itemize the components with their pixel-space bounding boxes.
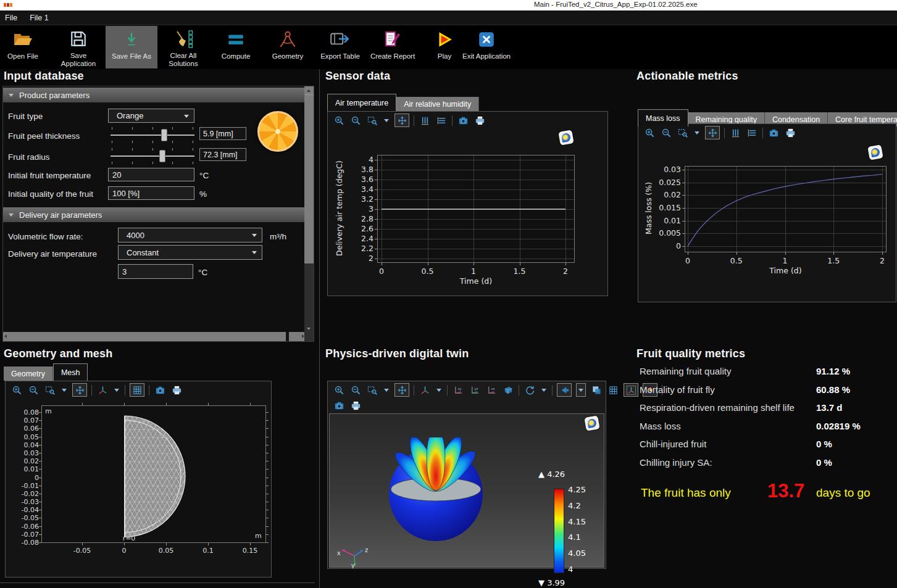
y-axis-extents-icon[interactable] [729,126,741,139]
axis-box-icon[interactable] [624,383,638,397]
dropdown-caret-icon[interactable] [383,384,390,396]
zoom-extents-icon[interactable] [705,126,720,139]
delivery-air-parameters-header[interactable]: Delivery air parameters [3,207,304,222]
dropdown-caret-icon[interactable] [693,126,701,139]
zoom-out-icon[interactable] [349,384,362,396]
y-axis-extents-icon[interactable] [419,114,431,126]
print-icon[interactable] [474,114,486,126]
print-icon[interactable] [784,126,796,139]
print-icon[interactable] [349,399,362,412]
zoom-in-icon[interactable] [643,126,656,139]
zoom-extents-icon[interactable] [72,383,87,397]
product-parameters-header[interactable]: Product parameters [3,88,304,102]
initial-quality-input[interactable] [108,186,194,200]
zoom-box-icon[interactable] [366,384,378,396]
zoom-in-icon[interactable] [10,384,23,396]
tab-air-temperature[interactable]: Air temperature [327,94,396,111]
zoom-box-icon[interactable] [44,384,56,396]
print-icon[interactable] [170,384,183,396]
comsol-logo-icon [558,130,574,145]
tab-mesh[interactable]: Mesh [53,363,88,381]
zoom-box-icon[interactable] [366,114,378,126]
toolbar-button-label: Play [438,52,451,61]
delivery-air-temperature-dropdown[interactable]: Constant [118,245,262,260]
toolbar-button-compute[interactable]: Compute [210,26,262,68]
camera-icon[interactable] [154,384,166,396]
horizontal-scrollbar[interactable] [3,332,306,341]
camera-icon[interactable] [457,114,469,126]
y-tick-label: 3 [340,204,373,213]
zoom-box-icon[interactable] [677,126,689,139]
y-axis-label: Delivery air temp (degC) [335,146,344,270]
zoom-in-icon[interactable] [333,384,345,396]
menu-file[interactable]: File [5,14,17,22]
y-tick-label: 2.2 [340,244,373,253]
slider-handle[interactable] [161,129,167,141]
view-yz-icon[interactable]: yz [469,384,481,396]
dropdown-caret-icon[interactable] [113,384,120,396]
scroll-thumb[interactable] [286,332,289,341]
toolbar-button-clear-all-solutions[interactable]: Clear All Solutions [157,26,209,68]
transparency-icon[interactable] [590,384,603,396]
tick [39,412,41,413]
axis-triad-icon[interactable] [419,384,431,396]
view-xz-icon[interactable]: xz [485,384,498,396]
x-tick-label: 0.1 [194,547,222,555]
constant-temperature-input[interactable] [118,264,193,279]
zoom-out-icon[interactable] [349,114,362,126]
dropdown-caret-icon[interactable] [540,384,548,396]
vertical-scrollbar[interactable] [304,86,314,333]
scene-light-icon[interactable] [557,383,572,397]
scroll-up-arrow[interactable] [304,86,314,94]
tab-air-relative-humidity[interactable]: Air relative humidity [396,97,479,111]
scroll-thumb[interactable] [304,94,314,263]
metric-value: 13.7 d [816,402,843,413]
tick [39,428,41,429]
metric-value: 0 % [816,457,832,468]
initial-fruit-temperature-input[interactable] [108,168,194,181]
volumetric-flow-rate-unit: m³/h [270,232,286,241]
x-axis-extents-icon[interactable] [746,126,758,139]
zoom-out-icon[interactable] [660,126,672,139]
perspective-icon[interactable] [502,384,514,396]
fruit-type-dropdown[interactable]: Orange [108,109,194,123]
camera-icon[interactable] [767,126,780,139]
menu-file-1[interactable]: File 1 [30,14,49,22]
toolbar-button-geometry[interactable]: Geometry [262,26,314,68]
camera-icon[interactable] [333,399,345,412]
fruit-peel-thickness-value[interactable]: 5.9 [mm] [199,127,246,140]
zoom-extents-icon[interactable] [394,114,409,127]
scroll-left-arrow[interactable] [4,334,7,338]
toolbar-button-export-table[interactable]: Export Table [314,26,366,68]
tab-mass-loss[interactable]: Mass loss [638,109,688,126]
volumetric-flow-rate-dropdown[interactable]: 4000 [118,228,262,242]
zoom-out-icon[interactable] [27,384,40,396]
fruit-peel-thickness-slider[interactable] [111,125,194,146]
toolbar-button-create-report[interactable]: Create Report [367,26,419,68]
dropdown-caret-icon[interactable] [576,383,586,397]
dropdown-caret-icon[interactable] [435,384,443,396]
grid-icon[interactable] [607,384,619,396]
toolbar-button-exit-application[interactable]: Exit Application [461,26,512,68]
tick [39,510,41,510]
axis-triad-icon[interactable] [96,384,109,396]
slider-handle[interactable] [159,150,165,162]
rotate-icon[interactable] [524,384,536,396]
toolbar-button-save-application[interactable]: Save Application [52,26,104,68]
tick [39,494,41,494]
x-axis-extents-icon[interactable] [435,114,448,126]
metric-label: Mass loss [640,421,681,431]
dropdown-caret-icon[interactable] [383,114,390,126]
view-xy-icon[interactable]: xy [452,384,464,396]
3d-view[interactable]: ▲ 4.26 ▼ 3.99 4.254.24.154.14.054 x z y [329,413,604,568]
toolbar-button-open-file[interactable]: Open File [0,26,49,68]
dropdown-caret-icon[interactable] [60,384,68,396]
zoom-extents-icon[interactable] [394,383,409,397]
toolbar-button-save-file-as[interactable]: Save File As [106,26,157,68]
fruit-radius-value[interactable]: 72.3 [mm] [199,148,246,161]
zoom-in-icon[interactable] [333,114,345,126]
fruit-radius-slider[interactable] [111,146,194,167]
x-tick-label: 2 [550,267,581,276]
grid-icon[interactable] [130,383,144,397]
tab-geometry[interactable]: Geometry [4,366,53,381]
